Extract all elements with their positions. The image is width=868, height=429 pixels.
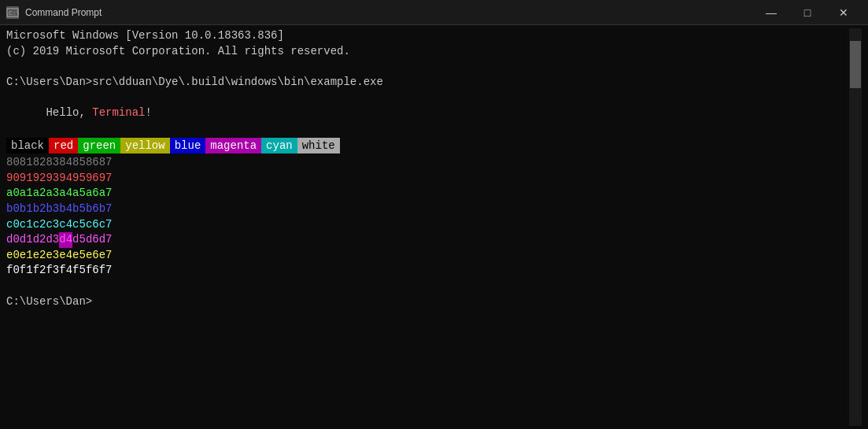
color-bar: black red green yellow blue magenta cyan… — [6, 138, 849, 153]
cell-b2: b2 — [33, 202, 46, 217]
cell-80: 80 — [6, 155, 20, 171]
cell-c0: c0 — [6, 217, 20, 233]
blank-line-1 — [6, 59, 849, 75]
cell-e7: e7 — [99, 248, 113, 264]
version-line-1: Microsoft Windows [Version 10.0.18363.83… — [6, 28, 849, 44]
color-red: red — [49, 138, 78, 153]
cell-83: 83 — [46, 155, 59, 171]
cell-c5: c5 — [72, 217, 86, 233]
version-line-2: (c) 2019 Microsoft Corporation. All righ… — [6, 44, 849, 60]
ansi-row-cx: c0c1c2c3c4c5c6c7 — [6, 217, 849, 233]
cell-b0: b0 — [6, 202, 20, 217]
cell-d2: d2 — [33, 232, 46, 248]
window-controls: — □ ✕ — [753, 0, 862, 25]
color-black: black — [6, 138, 49, 153]
cell-c7: c7 — [99, 217, 113, 233]
cell-f1: f1 — [20, 263, 33, 279]
cell-f5: f5 — [72, 263, 86, 279]
cell-e6: e6 — [86, 248, 99, 264]
scrollbar-thumb[interactable] — [850, 41, 861, 88]
cell-b5: b5 — [72, 202, 86, 217]
ansi-row-ax: a0a1a2a3a4a5a6a7 — [6, 186, 849, 202]
cell-d5: d5 — [72, 232, 86, 248]
cell-f0: f0 — [6, 263, 20, 279]
ansi-row-fx: f0f1f2f3f4f5f6f7 — [6, 263, 849, 279]
cell-81: 81 — [20, 155, 33, 171]
cell-f3: f3 — [46, 263, 59, 279]
cell-c1: c1 — [20, 217, 33, 233]
svg-text:C:\: C:\ — [9, 9, 19, 17]
cell-a5: a5 — [72, 186, 86, 202]
maximize-button[interactable]: □ — [789, 0, 826, 25]
cell-85: 85 — [72, 155, 86, 171]
cell-91: 91 — [20, 171, 33, 187]
cell-95: 95 — [72, 171, 86, 187]
cell-d4: d4 — [59, 232, 72, 248]
cell-96: 96 — [86, 171, 99, 187]
cell-e0: e0 — [6, 248, 20, 264]
terminal-content[interactable]: Microsoft Windows [Version 10.0.18363.83… — [6, 28, 849, 426]
cell-c6: c6 — [86, 217, 99, 233]
cell-82: 82 — [33, 155, 46, 171]
cell-d6: d6 — [86, 232, 99, 248]
cell-b7: b7 — [99, 202, 113, 217]
cell-e5: e5 — [72, 248, 86, 264]
cell-a3: a3 — [46, 186, 59, 202]
ansi-grid: 8081828384858687 9091929394959697 a0a1a2… — [6, 155, 849, 279]
cell-a0: a0 — [6, 186, 20, 202]
cell-d7: d7 — [99, 232, 113, 248]
color-cyan: cyan — [261, 138, 297, 153]
cell-c3: c3 — [46, 217, 59, 233]
color-blue: blue — [170, 138, 206, 153]
cell-97: 97 — [99, 171, 113, 187]
color-magenta: magenta — [205, 138, 261, 153]
hello-prefix: Hello, — [46, 106, 92, 119]
cell-94: 94 — [59, 171, 72, 187]
minimize-button[interactable]: — — [753, 0, 789, 25]
color-yellow: yellow — [120, 138, 169, 153]
ansi-row-bx: b0b1b2b3b4b5b6b7 — [6, 202, 849, 217]
cell-f2: f2 — [33, 263, 46, 279]
cell-d0: d0 — [6, 232, 20, 248]
ansi-row-9x: 9091929394959697 — [6, 171, 849, 187]
blank-line-2 — [6, 279, 849, 294]
cell-84: 84 — [59, 155, 72, 171]
cell-a6: a6 — [86, 186, 99, 202]
cell-e1: e1 — [20, 248, 33, 264]
close-button[interactable]: ✕ — [826, 0, 862, 25]
cell-e4: e4 — [59, 248, 72, 264]
cell-a4: a4 — [59, 186, 72, 202]
hello-line: Hello, Terminal! — [6, 90, 849, 136]
color-green: green — [78, 138, 120, 153]
hello-terminal: Terminal — [92, 106, 145, 119]
command-line: C:\Users\Dan>src\dduan\Dye\.build\window… — [6, 75, 849, 91]
cell-d1: d1 — [20, 232, 33, 248]
cell-86: 86 — [86, 155, 99, 171]
cell-93: 93 — [46, 171, 59, 187]
cell-e2: e2 — [33, 248, 46, 264]
cell-f6: f6 — [86, 263, 99, 279]
ansi-row-ex: e0e1e2e3e4e5e6e7 — [6, 248, 849, 264]
cell-b1: b1 — [20, 202, 33, 217]
cell-a1: a1 — [20, 186, 33, 202]
terminal-window: Microsoft Windows [Version 10.0.18363.83… — [0, 25, 868, 429]
cell-a2: a2 — [33, 186, 46, 202]
cell-c2: c2 — [33, 217, 46, 233]
cell-92: 92 — [33, 171, 46, 187]
title-bar: C:\ Command Prompt — □ ✕ — [0, 0, 868, 25]
color-white: white — [297, 138, 340, 153]
cell-d3: d3 — [46, 232, 59, 248]
hello-suffix: ! — [145, 106, 151, 119]
cell-90: 90 — [6, 171, 20, 187]
cell-b3: b3 — [46, 202, 59, 217]
cell-f7: f7 — [99, 263, 113, 279]
ansi-row-dx: d0d1d2d3d4d5d6d7 — [6, 232, 849, 248]
cell-c4: c4 — [59, 217, 72, 233]
ansi-row-8x: 8081828384858687 — [6, 155, 849, 171]
cell-b4: b4 — [59, 202, 72, 217]
cell-a7: a7 — [99, 186, 113, 202]
final-prompt: C:\Users\Dan> — [6, 294, 849, 310]
cell-e3: e3 — [46, 248, 59, 264]
scrollbar[interactable] — [849, 28, 862, 426]
cell-f4: f4 — [59, 263, 72, 279]
